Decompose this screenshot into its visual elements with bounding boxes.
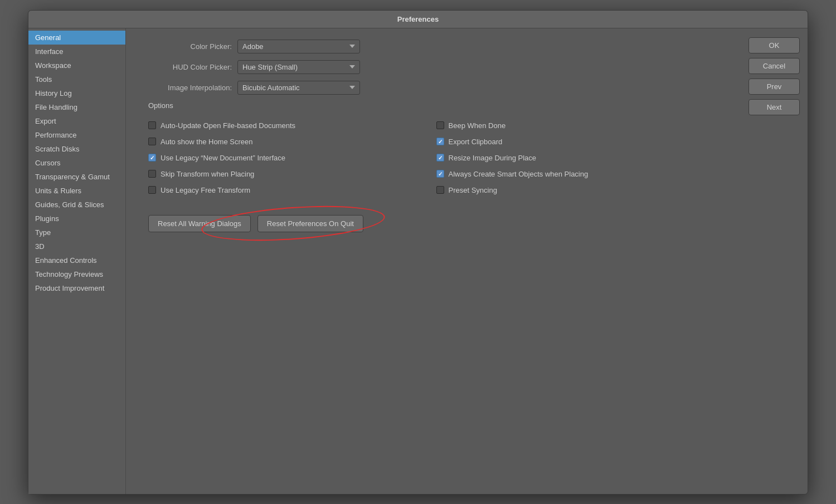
option-checkbox[interactable] (436, 138, 444, 145)
option-item[interactable]: Preset Syncing (436, 182, 725, 198)
option-label: Use Legacy Free Transform (161, 186, 250, 194)
option-label: Resize Image During Place (449, 154, 537, 162)
sidebar-item-product-improvement[interactable]: Product Improvement (28, 281, 125, 295)
option-item[interactable]: Use Legacy “New Document” Interface (148, 150, 436, 166)
option-item[interactable]: Auto show the Home Screen (148, 134, 436, 150)
options-grid: Auto-Update Open File-based DocumentsAut… (148, 118, 724, 198)
option-label: Always Create Smart Objects when Placing (449, 170, 589, 178)
color-picker-label: Color Picker: (143, 42, 232, 51)
next-button[interactable]: Next (748, 99, 800, 115)
hud-color-picker-select[interactable]: Hue Strip (Small) Hue Strip (Medium) Hue… (237, 60, 360, 74)
option-checkbox[interactable] (148, 154, 156, 162)
sidebar-item-technology-previews[interactable]: Technology Previews (28, 267, 125, 281)
color-picker-select[interactable]: Adobe Windows (237, 40, 360, 53)
right-buttons-panel: OK Cancel Prev Next (741, 28, 808, 494)
sidebar-item-performance[interactable]: Performance (28, 128, 125, 142)
image-interpolation-label: Image Interpolation: (143, 84, 232, 92)
sidebar-item-type[interactable]: Type (28, 226, 125, 239)
option-checkbox[interactable] (148, 186, 156, 194)
image-interpolation-select[interactable]: Bicubic Automatic Preserve Details 2.0 B… (237, 81, 360, 95)
option-checkbox[interactable] (436, 154, 444, 162)
option-item[interactable]: Always Create Smart Objects when Placing (436, 166, 725, 182)
sidebar-item-guides-grid-slices[interactable]: Guides, Grid & Slices (28, 198, 125, 212)
sidebar-item-general[interactable]: General (28, 31, 125, 45)
main-content: Color Picker: Adobe Windows HUD Color Pi… (126, 28, 741, 494)
dialog-title: Preferences (397, 15, 439, 23)
option-checkbox[interactable] (436, 186, 444, 194)
prev-button[interactable]: Prev (748, 79, 800, 95)
hud-color-picker-label: HUD Color Picker: (143, 63, 232, 71)
sidebar-item-transparency-gamut[interactable]: Transparency & Gamut (28, 170, 125, 184)
option-label: Export Clipboard (449, 138, 503, 146)
sidebar-item-units-rulers[interactable]: Units & Rulers (28, 184, 125, 198)
option-item[interactable]: Export Clipboard (436, 134, 725, 150)
sidebar: GeneralInterfaceWorkspaceToolsHistory Lo… (28, 28, 126, 494)
option-item[interactable]: Use Legacy Free Transform (148, 182, 436, 198)
sidebar-item-scratch-disks[interactable]: Scratch Disks (28, 142, 125, 156)
sidebar-item-plugins[interactable]: Plugins (28, 212, 125, 226)
hud-color-picker-row: HUD Color Picker: Hue Strip (Small) Hue … (143, 60, 724, 74)
cancel-button[interactable]: Cancel (748, 58, 800, 74)
option-label: Use Legacy “New Document” Interface (161, 154, 285, 162)
sidebar-item-export[interactable]: Export (28, 114, 125, 128)
sidebar-item-interface[interactable]: Interface (28, 45, 125, 58)
options-title: Options (148, 101, 724, 110)
option-checkbox[interactable] (148, 121, 156, 129)
reset-warning-button[interactable]: Reset All Warning Dialogs (148, 215, 251, 232)
preferences-dialog: Preferences GeneralInterfaceWorkspaceToo… (28, 10, 808, 495)
sidebar-item-tools[interactable]: Tools (28, 72, 125, 86)
options-right-column: Beep When DoneExport ClipboardResize Ima… (436, 118, 725, 198)
option-checkbox[interactable] (148, 138, 156, 145)
ok-button[interactable]: OK (748, 37, 800, 53)
image-interpolation-row: Image Interpolation: Bicubic Automatic P… (143, 81, 724, 95)
sidebar-item-history-log[interactable]: History Log (28, 86, 125, 100)
option-item[interactable]: Resize Image During Place (436, 150, 725, 166)
color-picker-row: Color Picker: Adobe Windows (143, 40, 724, 53)
option-label: Beep When Done (449, 121, 506, 130)
sidebar-item-enhanced-controls[interactable]: Enhanced Controls (28, 253, 125, 267)
option-item[interactable]: Skip Transform when Placing (148, 166, 436, 182)
option-label: Auto-Update Open File-based Documents (161, 121, 295, 130)
option-item[interactable]: Beep When Done (436, 118, 725, 134)
option-label: Skip Transform when Placing (161, 170, 254, 178)
option-item[interactable]: Auto-Update Open File-based Documents (148, 118, 436, 134)
options-left-column: Auto-Update Open File-based DocumentsAut… (148, 118, 436, 198)
sidebar-item-workspace[interactable]: Workspace (28, 58, 125, 72)
sidebar-item-cursors[interactable]: Cursors (28, 156, 125, 170)
option-checkbox[interactable] (436, 170, 444, 178)
option-label: Preset Syncing (449, 186, 497, 194)
sidebar-item-3d[interactable]: 3D (28, 239, 125, 253)
reset-prefs-button[interactable]: Reset Preferences On Quit (257, 215, 363, 232)
bottom-buttons: Reset All Warning Dialogs Reset Preferen… (148, 215, 724, 232)
option-label: Auto show the Home Screen (161, 138, 252, 146)
option-checkbox[interactable] (436, 121, 444, 129)
dialog-title-bar: Preferences (28, 11, 808, 28)
sidebar-item-file-handling[interactable]: File Handling (28, 100, 125, 114)
option-checkbox[interactable] (148, 170, 156, 178)
